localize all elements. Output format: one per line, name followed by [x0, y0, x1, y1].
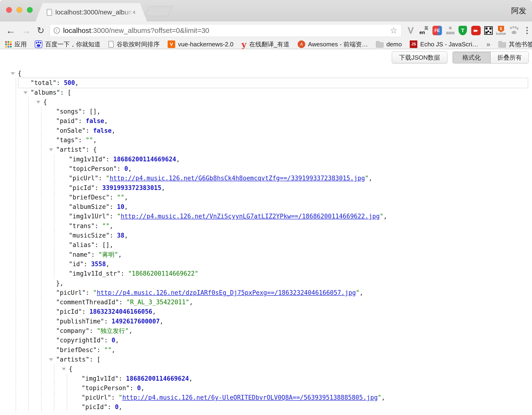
youdao-icon: y	[241, 41, 246, 48]
json-key: "tags"	[56, 136, 78, 144]
indent-guide	[54, 193, 54, 202]
indent-guide	[16, 107, 16, 116]
json-key: "musicSize"	[69, 232, 109, 239]
json-line-content: "albumSize": 10,	[69, 203, 128, 210]
bookmark-youdao[interactable]: y 在线翻译_有道	[241, 40, 289, 48]
window-minimize-button[interactable]	[17, 7, 22, 13]
bookmark-baidu[interactable]: 百度一下，你就知道	[35, 40, 101, 48]
json-key: "picUrl"	[56, 289, 86, 296]
tab-title: localhost:3000/new_albums?o	[55, 9, 132, 16]
bookmark-label: vue-hackernews-2.0	[178, 41, 233, 48]
json-line-content: "publishTime": 1492617600007,	[56, 318, 163, 325]
json-line: "albums": [	[0, 88, 532, 97]
html5-player-extension-icon[interactable]: 5 PLAYER	[496, 25, 506, 36]
indent-guide	[41, 279, 42, 288]
json-line-content: "img1v1Id": 18686200114669624,	[82, 375, 193, 382]
indent-guide	[54, 164, 54, 174]
indent-guide	[16, 259, 16, 269]
json-line-content: "briefDesc": "",	[56, 346, 115, 354]
qr-code-extension-icon[interactable]	[484, 26, 493, 35]
download-json-button[interactable]: 下载JSON数据	[392, 52, 447, 63]
tab-strip: localhost:3000/new_albums?o × 阿发	[0, 0, 532, 21]
paw-extension-icon[interactable]	[509, 26, 519, 35]
json-key: "albums"	[30, 89, 60, 96]
collapse-toggle-icon[interactable]	[49, 148, 53, 151]
collapse-all-button[interactable]: 折叠所有	[491, 52, 528, 63]
json-line: "picUrl": "http://p4.music.126.net/G6Gb8…	[0, 174, 532, 183]
indent-guide	[41, 212, 42, 221]
profile-name[interactable]: 阿发	[511, 6, 526, 16]
collapse-toggle-icon[interactable]	[23, 91, 28, 94]
json-line: "total": 500,	[0, 78, 532, 87]
json-line: "onSale": false,	[0, 126, 532, 135]
extensions-row: V 英 en FE T ▶▶ 5 PLAYER	[406, 25, 532, 36]
shield-extension-icon[interactable]: T	[458, 25, 468, 36]
bookmark-star-icon[interactable]: ☆	[390, 26, 398, 36]
bookmark-echo-js[interactable]: JS Echo JS - JavaScri…	[410, 40, 478, 48]
json-url-link[interactable]: http://p4.music.126.net/dzpIARf0sEg_Dj75…	[97, 289, 356, 296]
json-key: "artists"	[56, 356, 89, 363]
indent-guide	[16, 269, 16, 278]
browser-menu-icon[interactable]	[522, 25, 532, 36]
collapse-toggle-icon[interactable]	[62, 368, 66, 370]
fe-helper-extension-icon[interactable]: FE	[432, 25, 442, 36]
window-zoom-button[interactable]	[27, 7, 33, 13]
collapse-toggle-icon[interactable]	[36, 101, 40, 104]
url-bar[interactable]: i localhost:3000/new_albums?offset=0&lim…	[50, 24, 401, 37]
bookmark-apps[interactable]: 应用	[5, 40, 27, 48]
url-text[interactable]: localhost:3000/new_albums?offset=0&limit…	[63, 27, 388, 35]
bookmarks-overflow-chevron-icon[interactable]: »	[486, 40, 490, 48]
json-line-content: },	[56, 280, 63, 287]
collapse-toggle-icon[interactable]	[11, 72, 15, 75]
json-value-number: 10	[117, 203, 124, 210]
json-key: "songs"	[56, 108, 82, 115]
vimium-extension-icon[interactable]: V	[406, 25, 416, 36]
bookmark-label: 谷歌按时间排序	[117, 40, 160, 48]
indent-guide	[41, 126, 42, 135]
sitemap-extension-icon[interactable]	[446, 26, 455, 35]
json-value-url: "http://p4.music.126.net/VnZiScyynLG7atL…	[117, 213, 383, 220]
json-punctuation: :	[109, 232, 117, 239]
back-icon[interactable]: ←	[6, 26, 16, 36]
new-tab-button[interactable]	[144, 6, 173, 16]
page-info-icon[interactable]: i	[54, 28, 60, 34]
json-line: "commentThreadId": "R_AL_3_35422011",	[0, 297, 532, 307]
indent-guide	[28, 383, 29, 393]
indent-guide	[28, 326, 29, 336]
json-line-content: "total": 500,	[30, 79, 79, 86]
collapse-toggle-icon[interactable]	[49, 358, 53, 361]
bookmark-google-sort[interactable]: 谷歌按时间排序	[109, 40, 160, 48]
window-close-button[interactable]	[6, 7, 12, 13]
video-speed-extension-icon[interactable]: ▶▶	[471, 25, 481, 36]
json-line: "topicPerson": 0,	[0, 164, 532, 174]
indent-guide	[28, 212, 29, 221]
indent-guide	[28, 240, 29, 250]
bookmark-awesomes[interactable]: A Awesomes - 前端资…	[298, 40, 368, 48]
json-line-content: "img1v1Id_str": "18686200114669622"	[69, 270, 198, 277]
json-url-link[interactable]: http://p4.music.126.net/VnZiScyynLG7atLI…	[121, 213, 380, 220]
json-punctuation: ,	[381, 394, 385, 401]
indent-guide	[28, 145, 29, 154]
json-punctuation: ,	[112, 346, 115, 354]
indent-guide	[16, 221, 16, 231]
other-bookmarks[interactable]: 其他书签	[498, 40, 532, 48]
json-punctuation: :	[130, 385, 137, 392]
json-punctuation: :	[82, 308, 89, 315]
format-button[interactable]: 格式化	[453, 52, 491, 63]
json-punctuation: :	[121, 270, 128, 277]
translate-extension-icon[interactable]: 英 en	[419, 25, 429, 36]
json-url-link[interactable]: http://p4.music.126.net/6y-UleORITEDbvrO…	[122, 394, 378, 401]
bookmark-vue-hackernews[interactable]: V vue-hackernews-2.0	[168, 40, 233, 48]
reload-icon[interactable]: ↻	[37, 26, 44, 35]
json-punctuation: ,	[93, 136, 97, 144]
bookmark-demo-folder[interactable]: demo	[376, 41, 402, 48]
json-value-number: 3391993372383015	[102, 184, 161, 191]
browser-tab[interactable]: localhost:3000/new_albums?o ×	[36, 3, 147, 21]
json-punctuation: : [	[60, 89, 71, 96]
forward-icon: →	[21, 26, 31, 36]
json-punctuation: : [],	[82, 108, 101, 115]
json-line: "albumSize": 10,	[0, 202, 532, 212]
indent-guide	[41, 135, 42, 145]
json-punctuation: ,	[189, 375, 193, 382]
json-url-link[interactable]: http://p4.music.126.net/G6Gb8hsCk4h8oemc…	[109, 175, 365, 182]
